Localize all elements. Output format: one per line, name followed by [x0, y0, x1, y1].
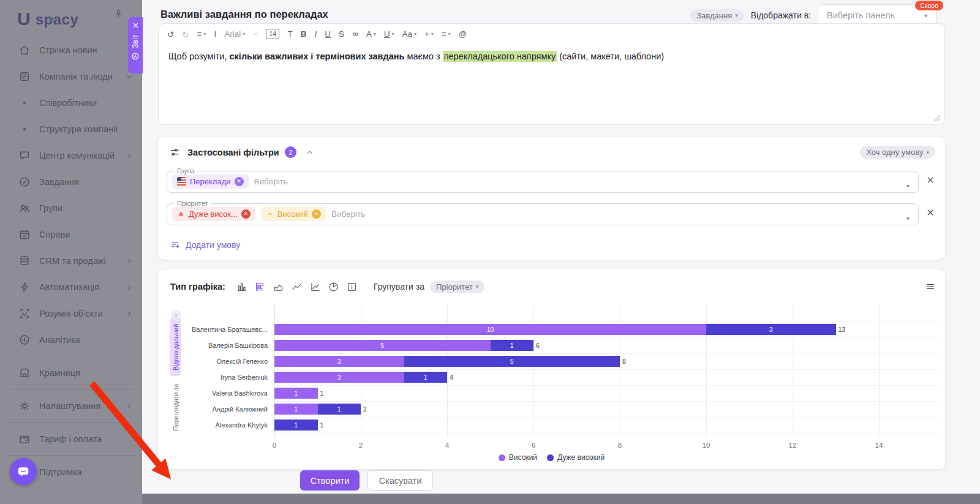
sidebar-item-4[interactable]: Центр комунікацій: [0, 142, 142, 168]
sidebar-divider: [9, 455, 134, 456]
bar-segment[interactable]: 3: [706, 324, 836, 335]
font-color-button[interactable]: A▾: [366, 29, 376, 39]
font-size-value-button[interactable]: 14: [266, 29, 279, 39]
close-icon[interactable]: [132, 21, 140, 29]
support-chat-button[interactable]: [10, 458, 37, 485]
sidebar-item-label: Завдання: [39, 177, 134, 187]
editor-content[interactable]: Щоб розуміти, скільки важливих і терміно…: [159, 43, 944, 110]
sidebar-item-7[interactable]: Справи: [0, 221, 142, 247]
filter-field-0[interactable]: ГрупаПереклади✕Виберіть▾: [167, 167, 919, 193]
category-label: Valeria Bashkirova: [162, 389, 268, 397]
sidebar-item-12[interactable]: Крамниця: [0, 359, 142, 386]
chevron-down-icon: ▾: [924, 12, 927, 19]
bar-segment[interactable]: 1: [274, 404, 318, 415]
sidebar-item-6[interactable]: Групи: [0, 195, 142, 221]
soon-badge: Скоро: [915, 1, 943, 10]
chevron-up-icon[interactable]: [305, 148, 314, 157]
highlight-color-button[interactable]: U▾: [384, 29, 394, 39]
report-builder-panel: Важливі завдання по перекладах Завдання …: [142, 0, 980, 494]
bar-segment[interactable]: 1: [404, 372, 448, 383]
report-tab[interactable]: Звіт: [128, 17, 143, 73]
sidebar-item-9[interactable]: Автоматизація: [0, 274, 142, 300]
sidebar-item-14[interactable]: Тариф і оплата: [0, 426, 142, 452]
bar-segment[interactable]: 3: [274, 372, 404, 383]
bar-segment[interactable]: 5: [274, 340, 491, 351]
link-button[interactable]: ∞: [352, 29, 358, 39]
bar-segment[interactable]: 3: [274, 356, 404, 367]
bar-total-label: 8: [622, 356, 626, 367]
sidebar-item-2[interactable]: Співробітники: [0, 89, 142, 116]
chart-card: Тип графіка: Групувати за Пріоритет ▾ › …: [158, 269, 945, 469]
bar-segment[interactable]: 1: [274, 419, 318, 431]
text-cursor-button[interactable]: I: [214, 29, 217, 39]
company-icon: [18, 70, 31, 83]
legend-label: Високий: [509, 453, 537, 462]
bold-button[interactable]: B: [301, 29, 307, 39]
bar-segment[interactable]: 10: [274, 324, 706, 335]
bar-total-label: 6: [536, 340, 540, 351]
pin-icon[interactable]: [113, 9, 124, 19]
filter-add-icon: [170, 239, 181, 250]
logo-text: spacy: [36, 11, 79, 28]
text-style-button[interactable]: T: [287, 29, 292, 39]
sidebar-item-5[interactable]: Завдання: [0, 168, 142, 195]
bar-segment[interactable]: 1: [491, 340, 534, 351]
create-button[interactable]: Створити: [300, 470, 360, 491]
bar-segment[interactable]: 1: [318, 404, 361, 415]
remove-chip-icon[interactable]: ✕: [241, 209, 251, 219]
list-button[interactable]: ≡▾: [442, 29, 451, 39]
match-mode-chip[interactable]: Хоч одну умову ▾: [860, 146, 935, 159]
chevron-right-icon: [125, 309, 134, 318]
match-mode-label: Хоч одну умову: [866, 148, 923, 157]
app-logo[interactable]: U spacy: [17, 7, 78, 28]
undo-button[interactable]: ↺: [167, 29, 174, 39]
sidebar-item-label: Стрічка новин: [39, 45, 134, 55]
legend-dot: [547, 454, 554, 461]
x-tick-label: 12: [783, 442, 802, 449]
mention-button[interactable]: @: [459, 29, 467, 39]
panel-select-placeholder: Виберіть панель: [827, 10, 924, 20]
strikethrough-button[interactable]: S: [339, 29, 344, 39]
letter-case-button[interactable]: Aa▾: [402, 29, 417, 39]
sidebar-item-0[interactable]: Стрічка новин: [0, 37, 142, 63]
sidebar-item-3[interactable]: Структура компанії: [0, 116, 142, 142]
chevron-right-icon: [125, 257, 134, 265]
sidebar: U spacy Стрічка новинКомпанія та людиСпі…: [0, 0, 142, 504]
bar-segment[interactable]: 5: [404, 356, 620, 367]
cancel-button[interactable]: Скасувати: [368, 470, 433, 491]
sidebar-item-13[interactable]: Налаштування: [0, 393, 142, 419]
chat-icon: [18, 149, 31, 162]
sidebar-item-10[interactable]: Розумні об’єкти: [0, 300, 142, 326]
sidebar-item-11[interactable]: Аналітика: [0, 326, 142, 353]
bar-total-label: 2: [363, 404, 367, 415]
remove-chip-icon[interactable]: ✕: [235, 177, 244, 186]
filter-field-1[interactable]: ПріоритетДуже висок...✕Високий✕Виберіть▾: [167, 200, 919, 225]
add-condition-button[interactable]: Додати умову: [170, 239, 240, 250]
text: Щоб розуміти,: [168, 51, 230, 61]
entity-type-chip[interactable]: Завдання ▾: [690, 9, 744, 22]
italic-button[interactable]: I: [314, 29, 317, 39]
remove-chip-icon[interactable]: ✕: [312, 209, 321, 219]
sidebar-item-label: Крамниця: [39, 368, 134, 378]
logo-dot: [49, 17, 53, 21]
bar-segment[interactable]: 1: [274, 388, 318, 399]
category-label: Олексій Гепенко: [162, 357, 268, 366]
line-spacing-button[interactable]: ≡▾: [197, 29, 206, 39]
clear-filter-icon[interactable]: [925, 208, 936, 218]
filter-value-chip: Дуже висок...✕: [172, 207, 255, 221]
clear-filter-icon[interactable]: [925, 175, 936, 186]
row-gridline: [271, 433, 939, 434]
insert-button[interactable]: +▾: [424, 29, 434, 39]
sidebar-item-label: Групи: [39, 203, 134, 213]
font-size-decrease-button[interactable]: −: [253, 29, 258, 39]
sidebar-item-1[interactable]: Компанія та люди: [0, 63, 142, 89]
logo-u-glyph: U: [17, 10, 31, 28]
underline-button[interactable]: U: [325, 29, 331, 39]
filter-field-label: Група: [175, 167, 197, 175]
redo-button[interactable]: ↻: [182, 29, 189, 39]
font-family-button[interactable]: Arial▾: [224, 29, 245, 39]
resize-handle[interactable]: [933, 113, 941, 121]
dropdown-caret-icon[interactable]: ▾: [907, 182, 910, 189]
dropdown-caret-icon[interactable]: ▾: [907, 215, 910, 222]
sidebar-item-8[interactable]: CRM та продажі: [0, 247, 142, 274]
